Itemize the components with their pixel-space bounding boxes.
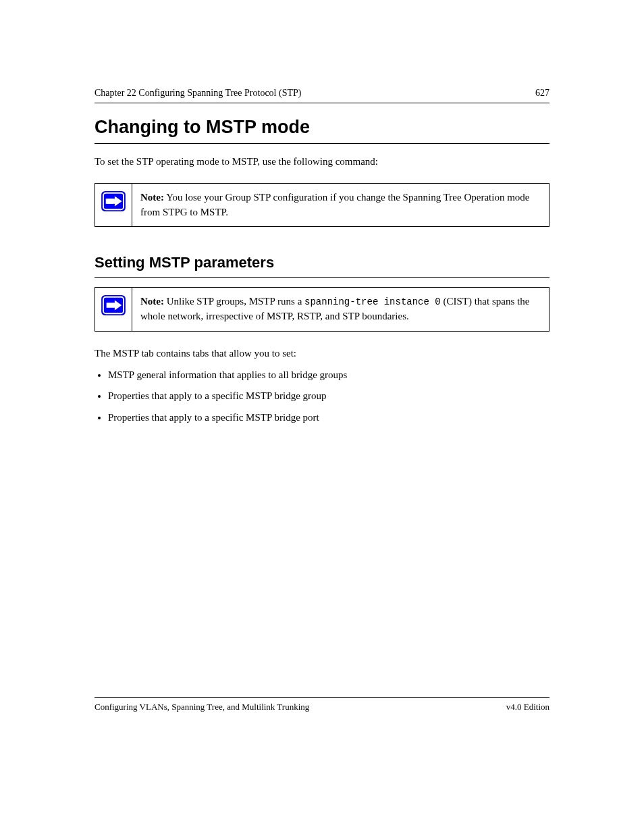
page-header: Chapter 22 Configuring Spanning Tree Pro… [95, 88, 549, 103]
note-text-2: Note: Unlike STP groups, MSTP runs a spa… [132, 288, 549, 331]
footer-left: Configuring VLANs, Spanning Tree, and Mu… [95, 702, 309, 712]
note-icon-cell-2 [95, 288, 132, 331]
arrow-icon [101, 190, 126, 212]
content-area: Changing to MSTP mode To set the STP ope… [95, 117, 549, 426]
footer-rule [95, 697, 549, 698]
page-container: Chapter 22 Configuring Spanning Tree Pro… [0, 0, 644, 834]
subsection-heading: Setting MSTP parameters [95, 254, 549, 278]
note-box-1: Note: You lose your Group STP configurat… [95, 183, 549, 228]
note-body-2a: Unlike STP groups, MSTP runs a [167, 296, 304, 307]
list-item: Properties that apply to a specific MSTP… [108, 409, 549, 427]
section-paragraph: To set the STP operating mode to MSTP, u… [95, 155, 549, 170]
page-number: 627 [535, 88, 549, 99]
page-footer: Configuring VLANs, Spanning Tree, and Mu… [95, 697, 549, 712]
arrow-icon [101, 294, 126, 316]
note-box-2: Note: Unlike STP groups, MSTP runs a spa… [95, 287, 549, 332]
footer-row: Configuring VLANs, Spanning Tree, and Mu… [95, 702, 549, 712]
bullet-list: MSTP general information that applies to… [95, 367, 549, 427]
list-item: Properties that apply to a specific MSTP… [108, 388, 549, 405]
subsection-intro: The MSTP tab contains tabs that allow yo… [95, 346, 549, 361]
header-rule [95, 103, 549, 103]
note-icon-cell [95, 184, 132, 227]
note-code: spanning-tree instance 0 [304, 296, 441, 307]
chapter-title: Chapter 22 Configuring Spanning Tree Pro… [95, 88, 301, 99]
note-text-1: Note: You lose your Group STP configurat… [132, 184, 549, 227]
note-body-1: You lose your Group STP configuration if… [140, 192, 529, 217]
footer-right: v4.0 Edition [506, 702, 549, 712]
section-heading: Changing to MSTP mode [95, 117, 549, 144]
note-label-2: Note: [140, 296, 164, 307]
list-item: MSTP general information that applies to… [108, 367, 549, 384]
note-label-1: Note: [140, 192, 164, 203]
